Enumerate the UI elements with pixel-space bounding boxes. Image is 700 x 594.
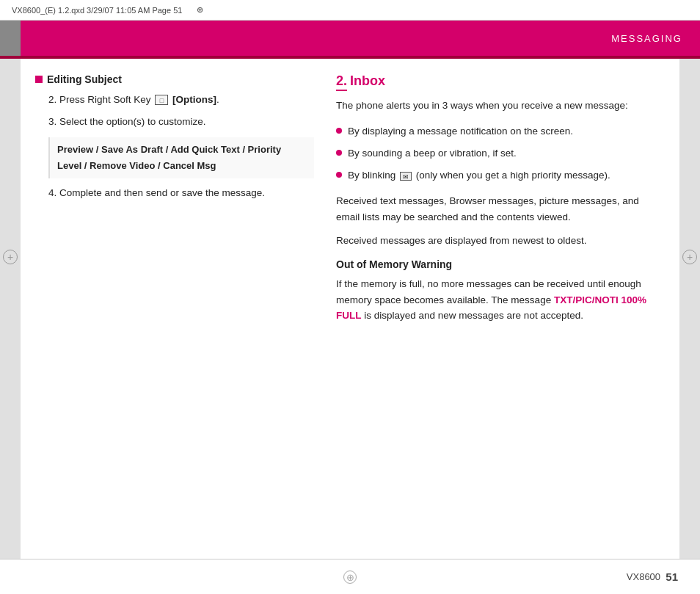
dot-icon-2 [336,150,342,156]
crosshair-right [682,250,697,264]
editing-subject-label: Editing Subject [47,73,122,85]
step3-label: Select the option(s) to customize. [59,116,206,127]
inbox-intro: The phone alerts you in 3 ways when you … [336,98,662,114]
filename-text: VX8600_(E) 1.2.qxd 3/29/07 11:05 AM Page… [12,6,182,15]
step2-options-label: [Options] [172,94,216,105]
out-of-memory-para: If the memory is full, no more messages … [336,276,662,324]
step2-period: . [216,94,219,105]
footer: VX8600 51 ⊕ [0,559,700,594]
bullet-1-text: By displaying a message notification on … [348,124,573,139]
step2-text-before: Press Right Soft Key [59,94,153,105]
left-strip [0,59,21,559]
preview-options-box: Preview / Save As Draft / Add Quick Text… [48,137,314,178]
main-content: Editing Subject 2. Press Right Soft Key … [0,59,700,559]
right-column: 2. Inbox The phone alerts you in 3 ways … [336,73,662,544]
crosshair-top-decoration: ⊕ [197,5,203,15]
inbox-section-number: 2. [336,73,347,91]
out-of-memory-after: is displayed and new messages are not ac… [362,310,583,321]
para-2: Received messages are displayed from new… [336,233,662,249]
crosshair-bottom: ⊕ [343,571,357,584]
top-bar: VX8600_(E) 1.2.qxd 3/29/07 11:05 AM Page… [0,0,700,21]
footer-model: VX8600 [627,571,660,582]
dot-icon-1 [336,128,342,134]
header-title: MESSAGING [611,33,682,44]
bullet-2: By sounding a beep or vibration, if set. [336,146,662,161]
step4-label: Complete and then send or save the messa… [59,187,265,198]
bullet-square-icon [35,76,43,83]
page: VX8600_(E) 1.2.qxd 3/29/07 11:05 AM Page… [0,0,700,594]
bullet-3-text: By blinking ✉ (only when you get a high … [348,168,610,183]
inbox-heading-container: 2. Inbox [336,73,662,89]
columns: Editing Subject 2. Press Right Soft Key … [21,59,679,559]
right-strip [679,59,700,559]
soft-key-icon: □ [155,95,168,105]
bullet-3: By blinking ✉ (only when you get a high … [336,168,662,183]
inbox-bullets: By displaying a message notification on … [336,124,662,184]
inbox-title-text: Inbox [350,73,385,89]
editing-subject-heading: Editing Subject [35,73,314,85]
dot-icon-3 [336,172,342,178]
bullet-2-text: By sounding a beep or vibration, if set. [348,146,517,161]
step-3: 3. Select the option(s) to customize. [35,115,314,129]
bullet-1: By displaying a message notification on … [336,124,662,139]
options-list-text: Preview / Save As Draft / Add Quick Text… [57,144,281,171]
footer-page: 51 [666,571,678,583]
crosshair-left [3,250,18,264]
header-band: MESSAGING [0,21,700,56]
step-2: 2. Press Right Soft Key □ [Options]. [35,93,314,107]
left-column: Editing Subject 2. Press Right Soft Key … [35,73,314,544]
out-of-memory-title: Out of Memory Warning [336,258,662,270]
para-1: Received text messages, Browser messages… [336,193,662,225]
step-4: 4. Complete and then send or save the me… [35,186,314,200]
envelope-icon: ✉ [400,172,412,181]
